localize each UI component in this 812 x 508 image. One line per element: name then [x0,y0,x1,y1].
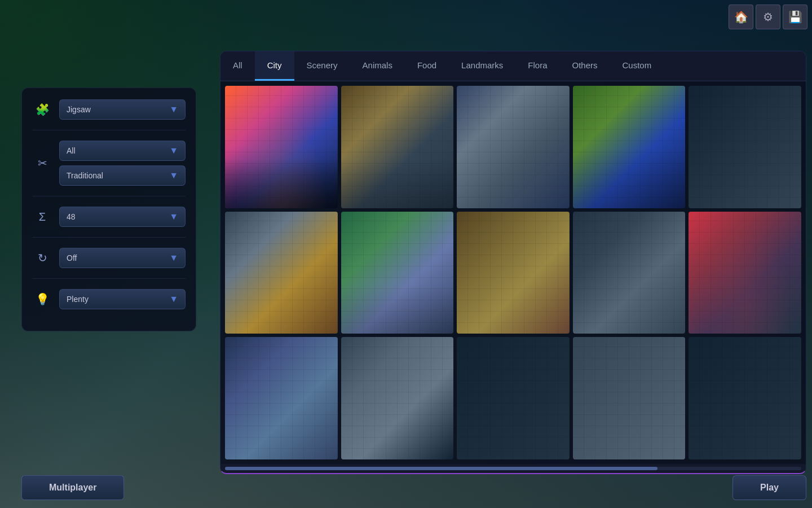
bottom-bar: Multiplayer Play [21,475,806,500]
puzzle-card-2[interactable] [341,86,454,208]
cut-type-label: All [67,146,76,155]
tab-scenery[interactable]: Scenery [294,51,350,81]
cut-type-btn[interactable]: All ▼ [59,141,186,161]
scrollbar-thumb[interactable] [225,467,657,470]
puzzle-card-14[interactable] [573,337,686,459]
main-content: All City Scenery Animals Food Landmarks … [220,51,806,474]
hint-icon: 💡 [32,289,52,309]
cut-type-dropdowns: All ▼ Traditional ▼ [59,141,186,186]
tab-flora[interactable]: Flora [515,51,559,81]
image-grid-container [220,81,806,464]
puzzle-overlay-7 [341,212,454,334]
puzzle-card-10[interactable] [689,212,801,334]
tab-animals[interactable]: Animals [350,51,405,81]
chevron-down-icon: ▼ [169,104,178,115]
cut-subtype-label: Traditional [67,171,103,180]
puzzle-overlay-3 [457,86,570,208]
puzzle-overlay-1 [225,86,338,208]
puzzle-card-9[interactable] [573,212,686,334]
tab-all[interactable]: All [220,51,255,81]
separator-3 [32,237,186,238]
puzzle-overlay-11 [225,337,338,459]
puzzle-card-7[interactable] [341,212,454,334]
separator-1 [32,130,186,130]
puzzle-card-8[interactable] [457,212,570,334]
puzzle-overlay-13 [457,337,570,459]
settings-button[interactable]: ⚙ [756,5,780,29]
scrollbar-area [220,464,806,473]
separator-4 [32,278,186,279]
cut-type-row: ✂ All ▼ Traditional ▼ [32,141,186,186]
hint-row: 💡 Plenty ▼ [32,289,186,309]
puzzle-overlay-8 [457,212,570,334]
tab-city[interactable]: City [255,51,294,81]
top-icon-bar: 🏠 ⚙ 💾 [729,5,807,29]
puzzle-overlay-5 [689,86,801,208]
puzzle-overlay-6 [225,212,338,334]
puzzle-type-row: 🧩 Jigsaw ▼ [32,99,186,120]
rotation-btn[interactable]: Off ▼ [59,248,186,268]
left-panel: 🧩 Jigsaw ▼ ✂ All ▼ Traditional ▼ Σ [21,87,196,331]
hint-btn[interactable]: Plenty ▼ [59,289,186,309]
save-icon: 💾 [788,10,802,24]
puzzle-card-3[interactable] [457,86,570,208]
home-button[interactable]: 🏠 [729,5,753,29]
chevron-down-icon-2: ▼ [169,146,178,156]
image-grid [225,86,801,459]
rotation-dropdown[interactable]: Off ▼ [59,248,186,268]
chevron-down-icon-3: ▼ [169,170,178,181]
puzzle-card-13[interactable] [457,337,570,459]
tab-food[interactable]: Food [405,51,449,81]
puzzle-overlay-15 [689,337,801,459]
puzzle-card-4[interactable] [573,86,686,208]
puzzle-type-btn[interactable]: Jigsaw ▼ [59,99,186,120]
puzzle-overlay-9 [573,212,686,334]
puzzle-overlay-10 [689,212,801,334]
puzzle-overlay-2 [341,86,454,208]
rotation-icon: ↻ [32,248,52,268]
puzzle-card-12[interactable] [341,337,454,459]
puzzle-card-1[interactable] [225,86,338,208]
hint-label: Plenty [67,295,89,304]
puzzle-type-dropdown[interactable]: Jigsaw ▼ [59,99,186,120]
hint-dropdown[interactable]: Plenty ▼ [59,289,186,309]
rotation-row: ↻ Off ▼ [32,248,186,268]
chevron-down-icon-5: ▼ [169,253,178,263]
puzzle-type-label: Jigsaw [67,105,91,114]
separator-2 [32,196,186,196]
pieces-dropdown[interactable]: 48 ▼ [59,207,186,227]
tab-custom[interactable]: Custom [610,51,664,81]
puzzle-overlay-4 [573,86,686,208]
scissors-icon: ✂ [32,153,52,173]
play-button[interactable]: Play [732,475,806,500]
pieces-label: 48 [67,212,76,221]
puzzle-card-6[interactable] [225,212,338,334]
home-icon: 🏠 [734,10,748,24]
sigma-icon: Σ [32,207,52,227]
scrollbar-track[interactable] [225,467,801,470]
gear-icon: ⚙ [763,10,773,24]
pieces-row: Σ 48 ▼ [32,207,186,227]
chevron-down-icon-6: ▼ [169,294,178,304]
pieces-btn[interactable]: 48 ▼ [59,207,186,227]
puzzle-overlay-12 [341,337,454,459]
tab-bar: All City Scenery Animals Food Landmarks … [220,51,806,81]
rotation-label: Off [67,253,77,262]
puzzle-icon: 🧩 [32,99,52,120]
cut-subtype-btn[interactable]: Traditional ▼ [59,165,186,186]
chevron-down-icon-4: ▼ [169,212,178,222]
multiplayer-button[interactable]: Multiplayer [21,475,124,500]
tab-landmarks[interactable]: Landmarks [449,51,515,81]
puzzle-card-11[interactable] [225,337,338,459]
puzzle-overlay-14 [573,337,686,459]
puzzle-card-15[interactable] [689,337,801,459]
save-button[interactable]: 💾 [783,5,807,29]
puzzle-card-5[interactable] [689,86,801,208]
tab-others[interactable]: Others [560,51,610,81]
